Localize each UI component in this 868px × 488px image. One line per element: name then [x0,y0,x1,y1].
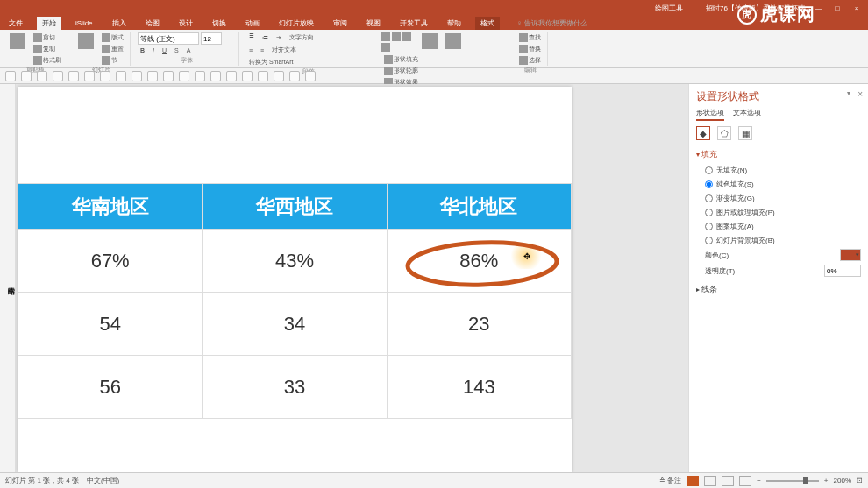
qat-btn-12[interactable] [179,71,189,81]
quick-styles-button[interactable] [443,32,464,50]
reset-button[interactable]: 重置 [99,44,126,54]
fill-slidebg-radio[interactable]: 幻灯片背景填充(B) [705,236,861,245]
slideshow-view-button[interactable] [739,476,751,486]
tab-insert[interactable]: 插入 [107,17,132,30]
arrange-button[interactable] [419,32,440,50]
shape-fill-button[interactable]: 形状填充 [381,54,421,65]
close-button[interactable]: × [850,4,863,12]
font-color-button[interactable]: A [184,46,194,54]
size-icon[interactable]: ▦ [738,126,752,140]
copy-button[interactable]: 复制 [31,44,64,54]
qat-save[interactable] [5,71,16,81]
language-indicator[interactable]: 中文(中国) [87,477,119,484]
underline-button[interactable]: U [160,46,169,54]
qat-btn-5[interactable] [68,71,79,81]
cell[interactable]: 43% [203,230,387,293]
paste-button[interactable] [7,32,28,50]
bold-button[interactable]: B [138,46,147,54]
tab-review[interactable]: 审阅 [328,17,352,30]
fill-pattern-radio[interactable]: 图案填充(A) [705,222,861,231]
italic-button[interactable]: I [150,46,157,54]
slide-counter[interactable]: 幻灯片 第 1 张，共 4 张 [5,477,79,484]
col-header-3[interactable]: 华北地区 [387,184,571,230]
col-header-2[interactable]: 华西地区 [203,184,387,230]
new-slide-button[interactable] [75,32,96,50]
outline-collapsed[interactable]: 缩略图 [0,84,16,472]
tab-slideshow[interactable]: 幻灯片放映 [274,17,319,30]
cut-button[interactable]: 剪切 [31,32,64,43]
fill-none-radio[interactable]: 无填充(N) [705,166,861,175]
tab-format[interactable]: 格式 [475,17,500,30]
qat-btn-14[interactable] [210,71,221,81]
fill-gradient-radio[interactable]: 渐变填充(G) [705,194,861,203]
tab-home[interactable]: 开始 [37,17,61,30]
select-button[interactable]: 选择 [516,55,544,66]
indent-button[interactable]: ⇥ [274,32,284,43]
qat-btn-13[interactable] [195,71,205,81]
tab-design[interactable]: 设计 [174,17,198,30]
qat-btn-7[interactable] [100,71,110,81]
color-picker-button[interactable]: ▾ [840,249,861,261]
cell[interactable]: 143 [387,356,571,419]
maximize-button[interactable]: □ [831,4,843,12]
find-button[interactable]: 查找 [516,32,544,43]
qat-btn-17[interactable] [258,71,268,81]
cell[interactable]: 23 [387,293,571,356]
shape-options-tab[interactable]: 形状选项 [696,108,724,121]
cell[interactable]: 54 [18,293,203,356]
zoom-slider[interactable] [766,480,819,482]
tab-transitions[interactable]: 切换 [207,17,231,30]
shape-line-icon[interactable] [402,32,411,41]
line-section-header[interactable]: 线条 [696,284,861,295]
format-painter-button[interactable]: 格式刷 [31,55,64,66]
zoom-out-button[interactable]: − [757,477,761,484]
fill-solid-radio[interactable]: 纯色填充(S) [705,180,861,189]
text-options-tab[interactable]: 文本选项 [733,108,761,121]
font-size-select[interactable] [201,32,222,45]
col-header-1[interactable]: 华南地区 [18,184,203,230]
slide-canvas[interactable]: 华南地区 华西地区 华北地区 67% 43% 86% 54 34 23 56 3… [16,84,688,472]
qat-undo[interactable] [21,71,32,81]
tab-view[interactable]: 视图 [361,17,386,30]
qat-btn-18[interactable] [274,71,284,81]
cell[interactable]: 56 [18,356,203,419]
tab-animations[interactable]: 动画 [240,17,265,30]
align-center-button[interactable]: ≡ [258,45,267,55]
cell[interactable]: 33 [203,356,387,419]
qat-btn-9[interactable] [132,71,142,81]
effects-icon[interactable]: ⬠ [717,126,731,140]
section-button[interactable]: 节 [99,55,126,66]
tab-draw[interactable]: 绘图 [140,17,165,30]
notes-button[interactable]: ≙ 备注 [659,476,681,485]
bullets-button[interactable]: ≣ [246,32,257,43]
fill-line-icon[interactable]: ◆ [696,126,710,140]
layout-button[interactable]: 版式 [99,32,126,43]
strikethrough-button[interactable]: S [172,46,181,54]
qat-btn-19[interactable] [289,71,300,81]
shape-rect-icon[interactable] [381,32,390,41]
qat-btn-4[interactable] [53,71,63,81]
qat-btn-20[interactable] [305,71,316,81]
tab-islide[interactable]: iSlide [70,18,98,29]
qat-btn-16[interactable] [242,71,253,81]
shape-circle-icon[interactable] [392,32,401,41]
zoom-in-button[interactable]: + [824,477,829,484]
reading-view-button[interactable] [722,476,734,486]
shape-outline-button[interactable]: 形状轮廓 [381,66,421,76]
align-text-button[interactable]: 对齐文本 [269,45,299,55]
cell[interactable]: 34 [203,293,387,356]
pane-close-button[interactable]: × [857,89,863,99]
qat-btn-15[interactable] [226,71,237,81]
tab-developer[interactable]: 开发工具 [395,17,433,30]
numbering-button[interactable]: ≔ [260,32,271,43]
qat-redo[interactable] [37,71,47,81]
shape-arrow-icon[interactable] [381,43,390,52]
qat-btn-11[interactable] [163,71,174,81]
replace-button[interactable]: 替换 [516,44,544,54]
zoom-level[interactable]: 200% [834,477,851,484]
text-direction-button[interactable]: 文字方向 [287,32,317,43]
align-left-button[interactable]: ≡ [246,45,255,55]
data-table[interactable]: 华南地区 华西地区 华北地区 67% 43% 86% 54 34 23 56 3… [18,183,572,419]
qat-btn-6[interactable] [84,71,95,81]
cell[interactable]: 86% [387,230,571,293]
